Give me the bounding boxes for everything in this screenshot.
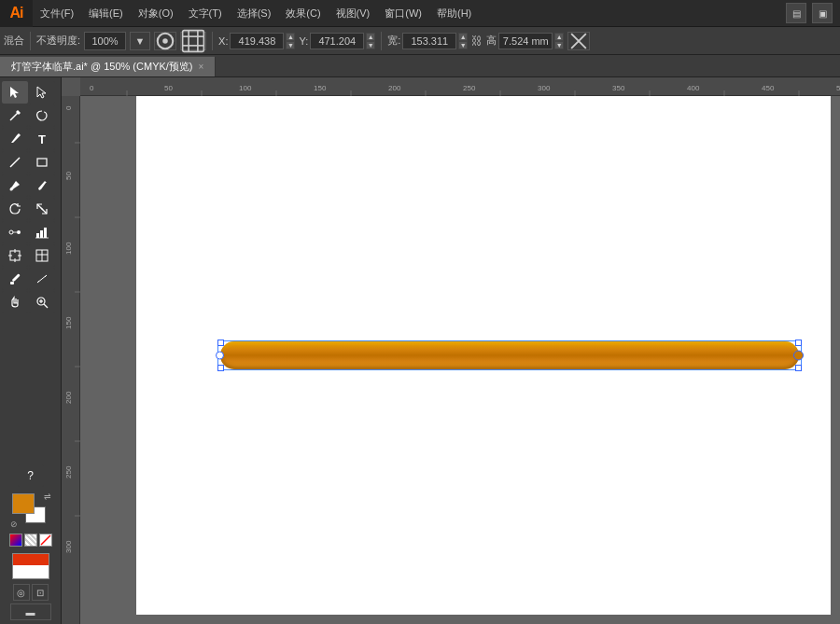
fill-stroke-swatches: ⇌ ⊘ (10, 493, 51, 527)
x-down[interactable]: ▼ (286, 41, 295, 49)
svg-line-15 (41, 208, 47, 214)
opacity-input[interactable] (84, 32, 126, 50)
link-proportions-btn[interactable]: ⛓ (471, 35, 483, 48)
direct-selection-tool-btn[interactable] (29, 81, 55, 104)
tabbar: 灯管字体临草.ai* @ 150% (CMYK/预览) × (0, 55, 840, 77)
window-control-2[interactable]: ▣ (812, 3, 833, 23)
lasso-tool-btn[interactable] (29, 104, 55, 127)
handle-mr[interactable] (793, 351, 804, 361)
type-tool-btn[interactable]: T (29, 128, 55, 150)
menu-help[interactable]: 帮助(H) (429, 0, 479, 26)
pen-tool-btn[interactable] (2, 128, 28, 150)
h-input[interactable] (498, 33, 553, 49)
w-down[interactable]: ▼ (458, 41, 468, 49)
y-down[interactable]: ▼ (366, 41, 375, 49)
window-control-1[interactable]: ▤ (786, 3, 806, 23)
rectangle-tool-btn[interactable] (29, 151, 55, 173)
menu-object[interactable]: 对象(O) (131, 0, 181, 26)
opacity-dropdown[interactable]: ▼ (130, 32, 150, 50)
svg-line-33 (37, 281, 39, 283)
help-btn[interactable]: ? (18, 465, 44, 487)
transform-extra-btn[interactable] (567, 32, 590, 50)
menu-view[interactable]: 视图(V) (329, 0, 378, 26)
icon-btn-1[interactable] (154, 32, 176, 50)
slice-tool-btn[interactable] (29, 244, 55, 267)
toolbar: T (0, 77, 62, 624)
fill-swatch[interactable] (12, 493, 35, 514)
w-input[interactable] (402, 33, 456, 49)
outline-mode-btn[interactable]: ⊡ (32, 584, 49, 601)
selection-tool-btn[interactable] (2, 81, 28, 104)
handle-ml[interactable] (216, 352, 224, 360)
svg-line-39 (41, 535, 50, 545)
none-fill-btn[interactable]: ⊘ (10, 520, 18, 529)
svg-text:50: 50 (164, 84, 173, 92)
magic-wand-btn[interactable] (2, 104, 28, 127)
tab-close-btn[interactable]: × (199, 62, 204, 72)
h-up[interactable]: ▲ (554, 33, 564, 41)
x-arrows[interactable]: ▲ ▼ (286, 33, 295, 49)
transform-btn[interactable] (180, 32, 206, 50)
h-down[interactable]: ▼ (554, 41, 564, 49)
menu-window[interactable]: 窗口(W) (377, 0, 429, 26)
titlebar: Ai 文件(F) 编辑(E) 对象(O) 文字(T) 选择(S) 效果(C) 视… (0, 0, 840, 27)
line-tool-btn[interactable] (2, 151, 28, 173)
paintbrush-tool-btn[interactable] (2, 174, 28, 197)
none-btn[interactable] (39, 534, 52, 547)
opacity-label: 不透明度: (36, 34, 80, 48)
y-input[interactable] (310, 33, 364, 49)
menu-effect[interactable]: 效果(C) (278, 0, 328, 26)
svg-rect-12 (37, 159, 47, 166)
measure-tool-btn[interactable] (29, 268, 55, 290)
tube-object[interactable] (220, 341, 799, 369)
preview-mode-btn[interactable]: ◎ (13, 584, 30, 601)
menu-edit[interactable]: 编辑(E) (81, 0, 131, 26)
h-arrows[interactable]: ▲ ▼ (554, 33, 564, 49)
tube-shape (220, 341, 799, 369)
artboard-tool-btn[interactable] (2, 244, 28, 267)
y-arrows[interactable]: ▲ ▼ (366, 33, 375, 49)
svg-text:250: 250 (463, 84, 476, 92)
x-up[interactable]: ▲ (286, 33, 295, 41)
handle-tr[interactable] (795, 340, 802, 346)
fill-stroke-area: ⇌ ⊘ (2, 490, 59, 531)
hand-tool-btn[interactable] (2, 291, 28, 313)
zoom-tool-btn[interactable] (29, 291, 55, 313)
handle-bl[interactable] (217, 365, 224, 371)
x-label: X: (218, 35, 228, 47)
handle-br[interactable] (795, 365, 802, 371)
menubar: 文件(F) 编辑(E) 对象(O) 文字(T) 选择(S) 效果(C) 视图(V… (33, 0, 786, 26)
x-input[interactable] (230, 33, 284, 49)
svg-text:250: 250 (64, 465, 73, 478)
h-label: 高 (486, 34, 497, 48)
w-arrows[interactable]: ▲ ▼ (458, 33, 468, 49)
w-up[interactable]: ▲ (458, 33, 468, 41)
svg-text:0: 0 (90, 84, 94, 92)
scale-tool-btn[interactable] (29, 198, 55, 220)
menu-type[interactable]: 文字(T) (181, 0, 230, 26)
svg-rect-31 (10, 282, 14, 284)
column-graph-btn[interactable] (29, 221, 55, 243)
blend-tool-btn[interactable] (2, 221, 28, 243)
svg-line-36 (44, 304, 48, 308)
handle-tl[interactable] (217, 340, 224, 346)
screen-mode-btn[interactable]: ▬ (10, 603, 51, 620)
gradient-btn[interactable] (24, 534, 37, 547)
svg-point-17 (17, 230, 21, 234)
svg-line-34 (45, 275, 47, 277)
eyedropper-tool-btn[interactable] (2, 268, 28, 290)
pencil-tool-btn[interactable] (29, 174, 55, 197)
ruler-horizontal: 0 50 100 150 200 250 300 350 400 (62, 77, 840, 96)
swap-fill-stroke-btn[interactable]: ⇌ (44, 492, 51, 501)
color-btn[interactable] (9, 534, 22, 547)
svg-text:0: 0 (64, 105, 73, 110)
svg-text:50: 50 (64, 172, 73, 180)
optionsbar: 混合 不透明度: ▼ X: ▲ ▼ Y: ▲ ▼ 宽: ▲ ▼ ⛓ (0, 27, 840, 55)
y-up[interactable]: ▲ (366, 33, 375, 41)
rotate-tool-btn[interactable] (2, 198, 28, 220)
svg-text:100: 100 (239, 84, 252, 92)
menu-file[interactable]: 文件(F) (33, 0, 81, 26)
svg-point-16 (9, 230, 13, 234)
menu-select[interactable]: 选择(S) (230, 0, 279, 26)
document-tab[interactable]: 灯管字体临草.ai* @ 150% (CMYK/预览) × (0, 56, 216, 76)
